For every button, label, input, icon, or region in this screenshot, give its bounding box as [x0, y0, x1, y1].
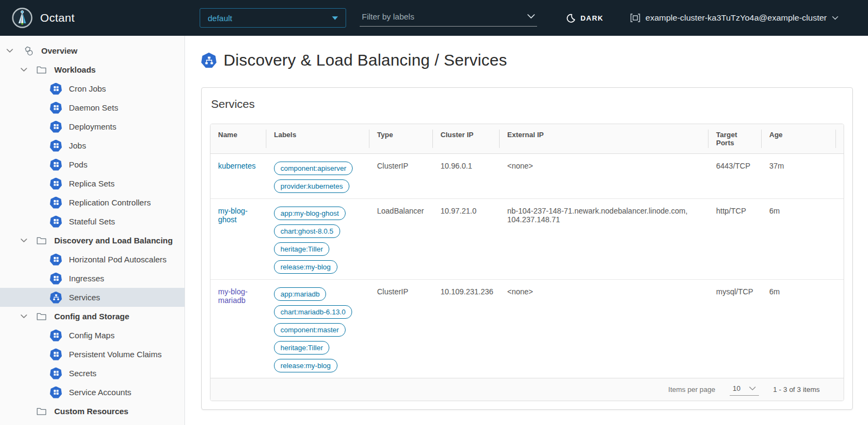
table-row-kubernetes: kubernetescomponent:apiserverprovider:ku…	[210, 154, 844, 199]
label-chip: app:mariadb	[274, 287, 326, 301]
external-ip-cell: <none>	[500, 154, 709, 199]
jobs-icon	[50, 140, 62, 152]
chevron-down-icon	[749, 387, 756, 391]
sidebar-item-persistent-volume-claims[interactable]: Persistent Volume Claims	[0, 345, 184, 364]
filter-by-labels-input[interactable]: Filter by labels	[360, 10, 537, 27]
dark-toggle-label: DARK	[580, 14, 603, 22]
sidebar-item-label: Workloads	[54, 65, 95, 74]
label-chip: component:apiserver	[274, 162, 353, 175]
label-chip: release:my-blog	[274, 260, 337, 274]
label-chip: provider:kubernetes	[274, 179, 349, 193]
sidebar-item-overview[interactable]: Overview	[0, 41, 184, 60]
sidebar-item-label: Secrets	[69, 369, 97, 378]
sidebar-item-stateful-sets[interactable]: Stateful Sets	[0, 212, 184, 231]
config-maps-icon	[50, 330, 62, 342]
column-header-spacer	[836, 124, 844, 154]
sidebar-item-jobs[interactable]: Jobs	[0, 136, 184, 155]
label-chip: chart:ghost-8.0.5	[274, 224, 340, 238]
target-ports-cell: 6443/TCP	[709, 154, 762, 199]
sidebar-item-label: Stateful Sets	[69, 217, 115, 226]
column-header-type: Type	[369, 124, 433, 154]
namespace-value: default	[208, 14, 332, 23]
filter-placeholder: Filter by labels	[362, 12, 527, 21]
chevron-down-icon[interactable]	[20, 68, 28, 72]
sidebar-item-label: Custom Resources	[54, 407, 129, 416]
cluster-context-label: example-cluster-ka3TuTzYo4a@example-clus…	[646, 13, 827, 23]
folder-icon	[35, 311, 47, 323]
sidebar-item-label: Services	[69, 293, 100, 302]
page-header: Discovery & Load Balancing / Services	[201, 51, 853, 69]
sidebar-item-replication-controllers[interactable]: Replication Controllers	[0, 193, 184, 212]
card-title: Services	[210, 98, 844, 111]
pagination-range-label: 1 - 3 of 3 items	[773, 385, 820, 394]
sidebar-item-ingresses[interactable]: Ingresses	[0, 269, 184, 288]
column-header-labels: Labels	[266, 124, 369, 154]
services-icon	[50, 292, 62, 304]
sidebar-item-pods[interactable]: Pods	[0, 155, 184, 174]
stateful-sets-icon	[50, 216, 62, 228]
service-link-my-blog-ghost[interactable]: my-blog-ghost	[218, 207, 247, 224]
label-chip: release:my-blog	[274, 359, 337, 372]
sidebar-item-custom-resources[interactable]: Custom Resources	[0, 402, 184, 421]
sidebar-item-discovery-and-load-balancing[interactable]: Discovery and Load Balancing	[0, 231, 184, 250]
service-link-kubernetes[interactable]: kubernetes	[218, 162, 256, 170]
sidebar-item-label: Deployments	[69, 122, 117, 131]
sidebar-item-deployments[interactable]: Deployments	[0, 117, 184, 136]
service-accounts-icon	[50, 387, 62, 398]
dark-theme-toggle[interactable]: DARK	[566, 0, 603, 36]
services-heptagon-icon	[201, 53, 216, 68]
target-ports-cell: http/TCP	[709, 199, 762, 280]
age-cell: 37m	[762, 154, 836, 199]
sidebar-item-label: Pods	[69, 160, 87, 169]
table-header-row: NameLabelsTypeCluster IPExternal IPTarge…	[210, 124, 844, 154]
column-header-external-ip: External IP	[500, 124, 709, 154]
top-navigation-bar: Octant default Filter by labels DARK exa…	[0, 0, 868, 36]
sidebar-item-label: Overview	[41, 46, 78, 55]
sidebar-item-label: Replica Sets	[69, 179, 114, 188]
chevron-down-icon	[832, 16, 838, 20]
cluster-context-dropdown[interactable]: example-cluster-ka3TuTzYo4a@example-clus…	[630, 0, 838, 36]
chevron-down-icon	[527, 14, 535, 19]
sidebar-item-workloads[interactable]: Workloads	[0, 60, 184, 79]
type-cell: ClusterIP	[369, 280, 433, 378]
sidebar-item-config-maps[interactable]: Config Maps	[0, 326, 184, 345]
label-chip: heritage:Tiller	[274, 242, 329, 256]
persistent-volume-claims-icon	[50, 349, 62, 360]
sidebar-item-secrets[interactable]: Secrets	[0, 364, 184, 383]
sidebar-item-daemon-sets[interactable]: Daemon Sets	[0, 98, 184, 117]
sidebar-item-cron-jobs[interactable]: Cron Jobs	[0, 79, 184, 98]
page-size-select[interactable]: 10	[730, 383, 759, 396]
cluster-ip-cell: 10.97.21.0	[433, 199, 500, 280]
services-card: Services NameLabelsTypeCluster IPExterna…	[201, 87, 853, 410]
sidebar-item-config-and-storage[interactable]: Config and Storage	[0, 307, 184, 326]
sidebar-item-label: Horizontal Pod Autoscalers	[69, 255, 167, 264]
chevron-down-icon[interactable]	[20, 314, 28, 319]
sidebar-item-service-accounts[interactable]: Service Accounts	[0, 383, 184, 402]
caret-down-icon	[332, 16, 338, 20]
table-body: kubernetescomponent:apiserverprovider:ku…	[210, 154, 844, 378]
table-row-my-blog-mariadb: my-blog-mariadbapp:mariadbchart:mariadb-…	[210, 280, 844, 378]
sidebar-nav: OverviewWorkloadsCron JobsDaemon SetsDep…	[0, 36, 185, 425]
age-cell: 6m	[762, 199, 836, 280]
sidebar-item-horizontal-pod-autoscalers[interactable]: Horizontal Pod Autoscalers	[0, 250, 184, 269]
page-title: Discovery & Load Balancing / Services	[224, 51, 507, 69]
page-size-value: 10	[733, 384, 741, 392]
cluster-icon	[630, 14, 640, 22]
sidebar-item-services[interactable]: Services	[0, 288, 184, 307]
octant-logo-icon	[12, 8, 33, 28]
chevron-down-icon[interactable]	[20, 239, 28, 243]
brand: Octant	[12, 0, 75, 36]
table-row-my-blog-ghost: my-blog-ghostapp:my-blog-ghostchart:ghos…	[210, 199, 844, 280]
namespace-select[interactable]: default	[200, 8, 346, 28]
chevron-down-icon[interactable]	[5, 49, 14, 53]
services-table: NameLabelsTypeCluster IPExternal IPTarge…	[210, 124, 844, 401]
label-chip: chart:mariadb-6.13.0	[274, 305, 352, 319]
sidebar-item-replica-sets[interactable]: Replica Sets	[0, 174, 184, 193]
folder-icon	[35, 405, 47, 417]
items-per-page-label: Items per page	[668, 385, 716, 394]
cluster-ip-cell: 10.109.231.236	[433, 280, 500, 378]
folder-icon	[35, 64, 47, 76]
service-link-my-blog-mariadb[interactable]: my-blog-mariadb	[218, 287, 247, 305]
sidebar-item-label: Config Maps	[69, 331, 114, 340]
secrets-icon	[50, 368, 62, 379]
